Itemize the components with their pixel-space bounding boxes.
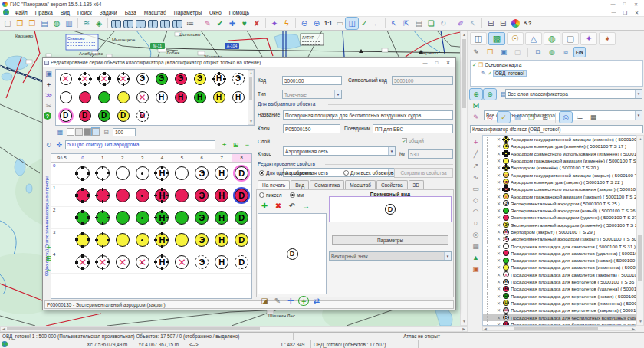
grid-cell[interactable] bbox=[133, 207, 153, 229]
menu-item-параметры[interactable]: Параметры bbox=[170, 10, 205, 15]
grid-cell[interactable]: ✕ bbox=[172, 251, 192, 274]
grid-column-header[interactable]: 2 bbox=[113, 154, 133, 162]
window-maximize-button[interactable]: □ bbox=[619, 1, 630, 8]
hide-toggle[interactable]: ✕ bbox=[497, 294, 503, 299]
save-properties-button[interactable]: Сохранить свойства bbox=[394, 168, 453, 178]
grid-cell[interactable] bbox=[73, 207, 93, 229]
grid-cell[interactable] bbox=[133, 185, 153, 207]
open-map-copy-icon[interactable]: ❒ bbox=[26, 18, 38, 29]
cursor-object-icon[interactable]: ⇱ bbox=[400, 18, 412, 29]
palette-size-field[interactable]: 100 bbox=[113, 128, 136, 136]
grid-column-header[interactable]: 0 bbox=[73, 154, 93, 162]
grid-cell[interactable]: Н bbox=[153, 185, 172, 207]
grid-cell[interactable] bbox=[73, 229, 93, 251]
dialog-maximize-button[interactable]: □ bbox=[431, 59, 442, 67]
globe-icon[interactable] bbox=[2, 341, 8, 347]
diagram-icon[interactable]: ✦ bbox=[268, 18, 281, 29]
palette-cell[interactable] bbox=[56, 88, 75, 107]
window-close-button[interactable]: ✕ bbox=[630, 1, 642, 8]
move-series-icon[interactable]: ✛ bbox=[54, 140, 64, 149]
palette-cell[interactable]: ✕ bbox=[94, 70, 113, 88]
grid-column-header[interactable]: 8 bbox=[232, 154, 251, 162]
objects-filter-icon[interactable]: ⋈ bbox=[470, 100, 482, 111]
tab-3d[interactable]: 3D bbox=[409, 180, 424, 189]
grid-cell[interactable]: Н bbox=[153, 229, 172, 251]
grid-column-header[interactable]: 6 bbox=[192, 154, 212, 162]
palette-cell[interactable]: Э bbox=[152, 70, 171, 88]
search-icon[interactable] bbox=[110, 18, 123, 29]
tree-item[interactable]: ✕Посадочная площадка для самолетов (изме… bbox=[483, 264, 636, 271]
palette-cell[interactable]: Н bbox=[171, 88, 190, 107]
arrow-icon[interactable]: ↖ bbox=[467, 18, 479, 29]
ring-tool-icon[interactable]: ◎ bbox=[471, 229, 481, 239]
mdi-close-button[interactable]: ✕ bbox=[631, 9, 642, 16]
panel-classifier-icon[interactable]: ✦ bbox=[580, 32, 597, 45]
zoom-out-icon[interactable]: ⊖ bbox=[298, 18, 310, 29]
grid-row-header[interactable]: 4 bbox=[51, 251, 73, 274]
edit-favorite-icon[interactable]: ♥ bbox=[238, 18, 251, 29]
rect-tool-icon[interactable]: ▭ bbox=[471, 183, 481, 193]
menu-item-файл[interactable]: Файл bbox=[11, 10, 31, 15]
series-insert-icon[interactable]: ⊞ bbox=[231, 140, 241, 149]
grid-cell[interactable] bbox=[172, 229, 192, 251]
tree-item[interactable]: ✕DПосадочная площадка для беспилотных во… bbox=[483, 314, 636, 320]
hide-toggle[interactable]: ✕ bbox=[497, 215, 503, 220]
add-icon[interactable]: ＋ bbox=[44, 80, 54, 89]
status-scale[interactable]: 1 : 482 349 bbox=[274, 340, 311, 348]
hide-toggle[interactable]: ✕ bbox=[497, 208, 503, 213]
classifier-object-list[interactable]: ✕Аэродром государственной авиации (измен… bbox=[482, 135, 636, 326]
semantics-icon[interactable]: ▥ bbox=[511, 112, 524, 123]
undo-icon[interactable]: ↶ bbox=[287, 201, 297, 211]
tree-item[interactable]: ✕✕Аэродром совместного использования (за… bbox=[483, 185, 636, 192]
palette-cell[interactable]: Н bbox=[152, 88, 171, 107]
edit-check-icon[interactable]: ✔ bbox=[214, 18, 226, 29]
print-setup-icon[interactable]: ⊟ bbox=[497, 18, 509, 29]
map-horizontal-scrollbar[interactable]: ◀ ▶ bbox=[0, 326, 468, 332]
series-name-field[interactable]: 500 (по списку) Тип аэродрома bbox=[65, 140, 215, 149]
palette-cell[interactable]: D✕ bbox=[133, 107, 152, 125]
window-minimize-button[interactable]: — bbox=[607, 1, 619, 8]
fn-toggle-button[interactable]: F/N bbox=[573, 47, 586, 57]
hide-toggle[interactable]: ✕ bbox=[497, 315, 503, 320]
add-primitive-icon[interactable]: ✚ bbox=[259, 201, 270, 211]
grid-tool-icon[interactable]: ▦ bbox=[471, 241, 481, 251]
search-next-icon[interactable] bbox=[172, 18, 184, 29]
palette-cell[interactable]: Э bbox=[190, 70, 209, 88]
grid-cell[interactable] bbox=[73, 185, 93, 207]
grid-cell[interactable] bbox=[113, 185, 133, 207]
grid-cell[interactable]: Н bbox=[212, 207, 232, 229]
grid-cell[interactable] bbox=[133, 163, 153, 185]
symbol-palette[interactable]: ✕✕✕✕ЭЭЭЭНЭ✕НННННDDDDD✕ ▲ ▼ bbox=[55, 69, 255, 126]
hide-toggle[interactable]: ✕ bbox=[497, 272, 503, 277]
draw-tool-icon[interactable]: ✎ bbox=[272, 296, 283, 306]
tree-item[interactable]: ✕Аэродром комендатура (изменён) ( 500010… bbox=[483, 143, 636, 149]
panel-profile-icon[interactable]: ☉ bbox=[507, 32, 524, 45]
tree-item[interactable]: ✕НВертодром (изменён) ( 5000100 T S 20 ) bbox=[483, 164, 636, 171]
palette-cell[interactable]: Э bbox=[171, 70, 190, 88]
open-geoportal-icon[interactable]: ◍ bbox=[51, 18, 63, 29]
edit-erase-icon[interactable]: ✎ bbox=[202, 18, 214, 29]
tab-масштаб[interactable]: Масштаб bbox=[345, 180, 376, 189]
tab-вид[interactable]: Вид bbox=[291, 180, 309, 189]
grid-row-header[interactable]: 3 bbox=[51, 229, 73, 251]
grid-cell[interactable]: Э bbox=[192, 229, 212, 251]
edit-object-icon[interactable]: ✎ bbox=[470, 112, 482, 123]
radio-one-object[interactable]: Для одного объекта bbox=[259, 170, 312, 176]
refresh-series-icon[interactable]: ↻ bbox=[44, 140, 54, 149]
grid-cell[interactable]: Н bbox=[212, 229, 232, 251]
hide-toggle[interactable]: ✕ bbox=[497, 264, 503, 270]
map-vertical-scrollbar[interactable]: ▲ ▼ bbox=[460, 31, 468, 326]
series-remove-icon[interactable]: − bbox=[242, 140, 252, 149]
panel-globe-icon[interactable]: ◍ bbox=[544, 32, 560, 45]
grid-cell[interactable]: Н bbox=[153, 207, 172, 229]
palette-cell[interactable]: D bbox=[94, 107, 113, 125]
radio-mm[interactable]: мм bbox=[290, 192, 304, 198]
palette-cell[interactable]: Н bbox=[209, 88, 228, 107]
hide-toggle[interactable]: ✕ bbox=[497, 244, 503, 249]
tree-item[interactable]: ✕НПосадочная площадка для вертолетов ( 5… bbox=[483, 278, 636, 285]
map-refresh-icon[interactable]: ↻ bbox=[437, 18, 449, 29]
key-field[interactable]: P05000150 bbox=[283, 124, 340, 133]
grid-cell[interactable] bbox=[133, 229, 153, 251]
menu-item-вид[interactable]: Вид bbox=[57, 10, 74, 15]
number-field[interactable]: 530 bbox=[408, 149, 453, 159]
